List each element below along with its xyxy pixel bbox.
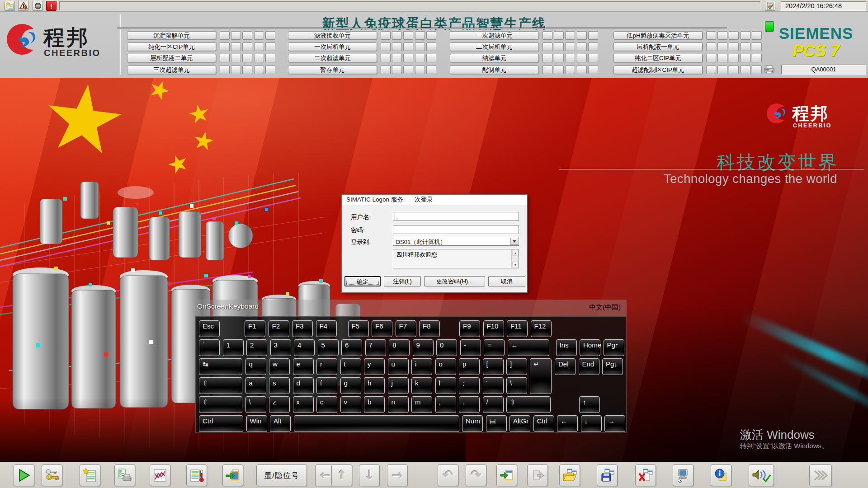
unit-status-cell[interactable] (254, 42, 264, 51)
unit-status-cell[interactable] (220, 42, 230, 51)
show-hide-tags-button[interactable]: 显/隐位号 (256, 465, 307, 486)
key-comma[interactable]: , (435, 396, 456, 413)
key-b[interactable]: b (364, 396, 385, 413)
report-print-button[interactable] (114, 465, 135, 486)
key-s[interactable]: s (269, 377, 290, 394)
unit-status-cell[interactable] (392, 54, 402, 62)
key-l[interactable]: l (435, 377, 456, 394)
unit-status-cell[interactable] (717, 42, 727, 51)
key-q[interactable]: q (245, 358, 266, 375)
unit-status-cell[interactable] (577, 42, 587, 51)
save-picture-button[interactable] (597, 465, 618, 486)
unit-status-cell[interactable] (220, 66, 230, 74)
exit-picture-button[interactable] (222, 465, 243, 486)
key-caps[interactable]: ⇧ (199, 377, 242, 394)
key-menu[interactable]: ▤ (486, 415, 507, 432)
key-6[interactable]: 6 (341, 339, 362, 356)
unit-status-cell[interactable] (242, 54, 252, 62)
key-backtick[interactable]: ` (199, 339, 220, 356)
unit-status-cell[interactable] (265, 66, 275, 74)
key-0[interactable]: 0 (436, 339, 457, 356)
key-arrow-left[interactable]: ← (557, 415, 578, 432)
unit-status-cell[interactable] (717, 66, 727, 74)
unit-status-cell[interactable] (542, 54, 552, 62)
unit-status-cell[interactable] (265, 54, 275, 62)
unit-button[interactable]: 层析配液二单元 (127, 54, 216, 62)
change-password-button[interactable]: 更改密码(H)... (424, 276, 485, 286)
key-7[interactable]: 7 (365, 339, 386, 356)
unit-status-cell[interactable] (588, 54, 598, 62)
unit-status-cell[interactable] (265, 31, 275, 40)
unit-status-cell[interactable] (752, 66, 762, 74)
unit-button[interactable]: 纯化二区CIP单元 (613, 54, 703, 62)
unit-status-cell[interactable] (741, 42, 750, 51)
unit-status-cell[interactable] (729, 54, 739, 62)
unit-status-cell[interactable] (554, 42, 564, 51)
key-backslash-iso[interactable]: \ (245, 396, 266, 413)
scroll-down-arrow[interactable]: ▼ (512, 262, 519, 267)
key-arrow-right[interactable]: → (604, 415, 625, 432)
key-F10[interactable]: F10 (483, 320, 504, 337)
dialog-title[interactable]: SIMATIC Logon 服务 - 一次登录 (342, 195, 527, 205)
unit-status-cell[interactable] (220, 54, 230, 62)
unit-status-cell[interactable] (426, 54, 436, 62)
combobox-dropdown-arrow[interactable] (510, 238, 518, 245)
key-pgdn[interactable]: Pg↓ (602, 358, 623, 375)
key-3[interactable]: 3 (270, 339, 291, 356)
key-Win[interactable]: Win (246, 415, 267, 432)
unit-status-cell[interactable] (729, 31, 739, 40)
unit-status-cell[interactable] (752, 31, 762, 40)
unit-button[interactable]: 低pH孵放病毒灭活单元 (613, 31, 703, 40)
key-2[interactable]: 2 (246, 339, 267, 356)
key-9[interactable]: 9 (413, 339, 434, 356)
unit-status-cell[interactable] (542, 31, 552, 40)
key-a[interactable]: a (245, 377, 266, 394)
key-backslash[interactable]: \ (506, 377, 527, 394)
unit-status-cell[interactable] (554, 31, 564, 40)
key-semicolon[interactable]: ; (459, 377, 480, 394)
key-F5[interactable]: F5 (348, 320, 369, 337)
key-arrow-down[interactable]: ↓ (581, 415, 602, 432)
unit-status-cell[interactable] (242, 42, 252, 51)
key-n[interactable]: n (388, 396, 409, 413)
unit-status-cell[interactable] (426, 42, 436, 51)
unit-status-cell[interactable] (381, 66, 391, 74)
unit-status-cell[interactable] (231, 54, 241, 62)
key-i[interactable]: i (411, 358, 432, 375)
unit-status-cell[interactable] (729, 66, 739, 74)
password-input[interactable] (393, 225, 519, 234)
alarm-ack-icon[interactable] (18, 1, 28, 11)
unit-status-cell[interactable] (415, 31, 425, 40)
welcome-listbox[interactable]: 四川程邦欢迎您 ▲ ▼ (393, 249, 519, 268)
key-ctrl-right[interactable]: Ctrl (533, 415, 554, 432)
key-space[interactable] (294, 415, 459, 432)
key-o[interactable]: o (435, 358, 456, 375)
unit-status-cell[interactable] (242, 31, 252, 40)
nav-down-button[interactable]: ↓ (359, 465, 380, 486)
unit-status-cell[interactable] (254, 66, 264, 74)
key-x[interactable]: x (293, 396, 314, 413)
key-e[interactable]: e (293, 358, 314, 375)
unit-status-cell[interactable] (392, 31, 402, 40)
listbox-scrollbar[interactable]: ▲ ▼ (511, 249, 519, 268)
key-y[interactable]: y (364, 358, 385, 375)
key-F12[interactable]: F12 (531, 320, 552, 337)
unit-status-cell[interactable] (381, 31, 391, 40)
key-j[interactable]: j (388, 377, 409, 394)
key-bracket-close[interactable]: ] (506, 358, 527, 375)
cancel-button[interactable]: 取消 (488, 276, 525, 286)
unit-status-cell[interactable] (752, 54, 762, 62)
unit-status-cell[interactable] (403, 66, 413, 74)
key-1[interactable]: 1 (223, 339, 244, 356)
unit-status-cell[interactable] (542, 66, 552, 74)
trend-chart-button[interactable] (150, 465, 170, 486)
redo-button[interactable]: ↷ (466, 465, 486, 486)
key-minus[interactable]: - (460, 339, 481, 356)
unit-status-cell[interactable] (220, 31, 230, 40)
message-check-icon[interactable] (765, 1, 775, 11)
key-shift-right[interactable]: ⇧ (506, 396, 551, 413)
key-Esc[interactable]: Esc (199, 320, 220, 337)
key-F11[interactable]: F11 (507, 320, 528, 337)
key-Alt[interactable]: Alt (270, 415, 291, 432)
key-c[interactable]: c (316, 396, 337, 413)
